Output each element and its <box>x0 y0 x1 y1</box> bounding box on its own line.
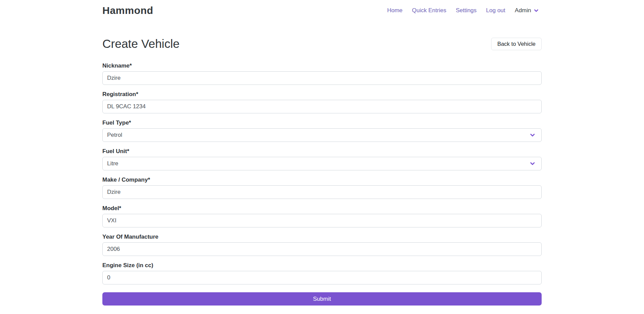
main-nav: Home Quick Entries Settings Log out Admi… <box>383 5 542 16</box>
year-of-manufacture-label: Year Of Manufacture <box>102 233 542 241</box>
chevron-down-icon <box>534 8 539 13</box>
form-group-nickname: Nickname* <box>102 62 542 85</box>
form-group-fuel-type: Fuel Type* Petrol <box>102 119 542 142</box>
fuel-unit-label: Fuel Unit* <box>102 147 542 155</box>
nav-link-settings[interactable]: Settings <box>452 5 480 16</box>
nav-link-logout[interactable]: Log out <box>482 5 509 16</box>
year-of-manufacture-input[interactable] <box>102 242 542 256</box>
page-title: Create Vehicle <box>102 36 180 52</box>
chevron-down-icon <box>529 132 536 138</box>
make-company-label: Make / Company* <box>102 176 542 184</box>
make-company-input[interactable] <box>102 185 542 199</box>
form-group-make-company: Make / Company* <box>102 176 542 199</box>
fuel-type-label: Fuel Type* <box>102 119 542 127</box>
registration-label: Registration* <box>102 90 542 98</box>
fuel-unit-select[interactable]: Litre <box>102 157 542 170</box>
form-group-fuel-unit: Fuel Unit* Litre <box>102 147 542 170</box>
fuel-type-select[interactable]: Petrol <box>102 128 542 142</box>
form-group-registration: Registration* <box>102 90 542 113</box>
engine-size-label: Engine Size (in cc) <box>102 261 542 270</box>
nav-dropdown-admin[interactable]: Admin <box>511 5 542 16</box>
title-row: Create Vehicle Back to Vehicle <box>102 36 542 52</box>
fuel-unit-selected-value: Litre <box>107 160 118 167</box>
form-group-year-of-manufacture: Year Of Manufacture <box>102 233 542 256</box>
nickname-input[interactable] <box>102 71 542 85</box>
back-to-vehicle-button[interactable]: Back to Vehicle <box>491 38 542 50</box>
form-group-engine-size: Engine Size (in cc) <box>102 261 542 284</box>
header: Hammond Home Quick Entries Settings Log … <box>0 0 644 22</box>
chevron-down-icon <box>529 160 536 167</box>
main-content: Create Vehicle Back to Vehicle Nickname*… <box>102 36 542 306</box>
nav-link-home[interactable]: Home <box>383 5 406 16</box>
form-group-model: Model* <box>102 204 542 227</box>
create-vehicle-page: Hammond Home Quick Entries Settings Log … <box>0 0 644 314</box>
nickname-label: Nickname* <box>102 62 542 70</box>
registration-input[interactable] <box>102 100 542 113</box>
fuel-type-selected-value: Petrol <box>107 132 122 138</box>
nav-admin-label: Admin <box>515 7 531 14</box>
create-vehicle-form: Nickname* Registration* Fuel Type* Petro… <box>102 62 542 306</box>
model-input[interactable] <box>102 214 542 227</box>
engine-size-input[interactable] <box>102 271 542 284</box>
nav-link-quick-entries[interactable]: Quick Entries <box>408 5 450 16</box>
brand-logo[interactable]: Hammond <box>102 5 153 16</box>
submit-button[interactable]: Submit <box>102 292 542 306</box>
model-label: Model* <box>102 204 542 213</box>
